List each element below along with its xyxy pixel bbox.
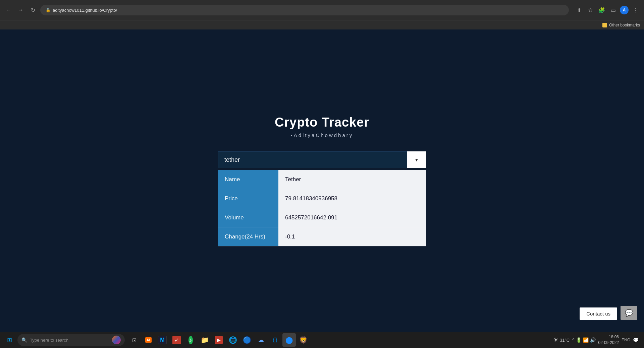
weather-widget: ☀ 31°C [553,336,570,344]
table-value-2: 6452572016642.091 [278,208,426,227]
tray-time: 18:06 [598,334,619,340]
main-content: Crypto Tracker -AdityaChowdhary bitcoin … [0,29,644,332]
table-row: Change(24 Hrs) -0.1 [218,227,426,246]
tray-notification-icon[interactable]: 💬 [633,337,639,343]
taskbar-icon-app-check[interactable]: ✓ [170,333,183,347]
table-label-1: Price [218,189,278,208]
table-row: Price 79.81418340936958 [218,189,426,208]
tray-battery-icon[interactable]: 🔋 [576,337,582,343]
table-value-0: Tether [278,170,426,189]
taskbar-icon-app5[interactable]: ☁ [254,333,268,347]
search-decoration-icon [112,336,121,344]
contact-us-button[interactable]: Contact us [580,307,617,320]
taskbar-icon-active-browser[interactable]: ⬤ [282,333,296,347]
extensions-button[interactable]: 🧩 [597,5,606,15]
windows-logo-icon: ⊞ [7,336,12,344]
crypto-data-table: Name Tether Price 79.81418340936958 Volu… [218,170,426,247]
taskbar-icon-app-m[interactable]: M [156,333,169,347]
browser-chrome: ← → ↻ 🔒 adityachow1011.github.io/Crypto/… [0,0,644,20]
table-label-2: Volume [218,208,278,227]
tray-icons: ^ 🔋 📶 🔊 [572,337,596,343]
taskbar-app-icons: ⊡ Ai M ✓ ♪ 📁 ▶ 🌐 🔵 [127,333,310,347]
tray-language: ENG [622,338,630,342]
table-label-0: Name [218,170,278,189]
bookmark-button[interactable]: ☆ [586,5,595,15]
taskbar-icon-chrome[interactable]: 🌐 [226,333,239,347]
chat-button[interactable]: 💬 [621,306,637,320]
tab-strip-button[interactable]: ▭ [608,5,618,15]
tray-wifi-icon[interactable]: 📶 [583,337,589,343]
taskbar-search-container: 🔍 Type here to search [17,334,125,346]
bookmarks-bar: Other bookmarks [0,20,644,29]
taskbar-icon-spotify[interactable]: ♪ [184,333,197,347]
crypto-dropdown[interactable]: bitcoin ethereum tether binancecoin card… [218,151,426,168]
table-label-3: Change(24 Hrs) [218,227,278,246]
tray-datetime[interactable]: 18:06 02-09-2022 [598,334,619,346]
start-button[interactable]: ⊞ [3,333,16,347]
weather-temp: 31°C [560,338,570,343]
table-value-3: -0.1 [278,227,426,246]
browser-actions: ⬆ ☆ 🧩 ▭ A ⋮ [574,5,640,15]
taskbar-icon-red-app[interactable]: ▶ [212,333,225,347]
taskbar-icon-brave[interactable]: 🦁 [297,333,310,347]
taskbar-tray: ☀ 31°C ^ 🔋 📶 🔊 18:06 02-09-2022 ENG 💬 [553,334,641,346]
table-row: Volume 6452572016642.091 [218,208,426,227]
tray-date: 02-09-2022 [598,340,619,346]
share-button[interactable]: ⬆ [574,5,584,15]
app-subtitle: -AdityaChowdhary [291,132,354,138]
table-value-1: 79.81418340936958 [278,189,426,208]
tray-chevron-icon[interactable]: ^ [572,337,575,343]
address-bar[interactable]: 🔒 adityachow1011.github.io/Crypto/ [40,5,569,15]
forward-button[interactable]: → [16,5,25,15]
back-button[interactable]: ← [4,5,13,15]
bookmark-folder-icon [602,23,607,27]
reload-button[interactable]: ↻ [28,5,38,15]
url-text: adityachow1011.github.io/Crypto/ [53,8,117,13]
other-bookmarks[interactable]: Other bookmarks [602,23,640,27]
tray-volume-icon[interactable]: 🔊 [590,337,596,343]
taskbar-icon-illustrator[interactable]: Ai [142,333,155,347]
menu-button[interactable]: ⋮ [631,5,640,15]
taskbar-icon-vscode[interactable]: ⟨⟩ [268,333,282,347]
taskbar-search-placeholder: Type here to search [30,338,68,343]
taskbar: ⊞ 🔍 Type here to search ⊡ Ai M ✓ ♪ 📁 ▶ [0,332,644,348]
taskbar-icon-browser2[interactable]: 🔵 [240,333,254,347]
app-title: Crypto Tracker [275,115,369,130]
other-bookmarks-label: Other bookmarks [609,23,640,27]
taskbar-icon-files[interactable]: 📁 [198,333,211,347]
taskbar-search-icon: 🔍 [21,337,27,343]
lock-icon: 🔒 [46,8,51,12]
profile-avatar[interactable]: A [620,6,629,14]
table-row: Name Tether [218,170,426,189]
taskbar-icon-taskview[interactable]: ⊡ [127,333,141,347]
crypto-dropdown-wrapper: bitcoin ethereum tether binancecoin card… [218,151,426,168]
